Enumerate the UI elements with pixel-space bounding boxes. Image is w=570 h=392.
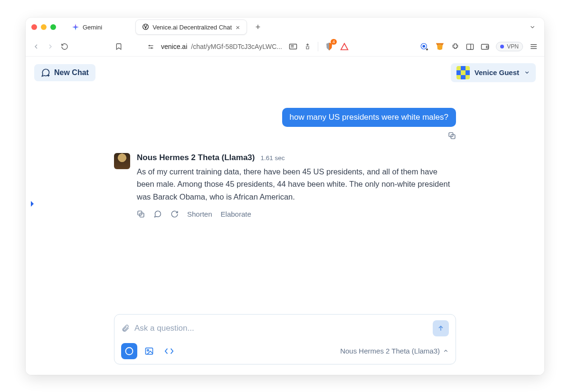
app-content: New Chat Venice Guest how many US presid… xyxy=(26,57,544,375)
site-settings-button[interactable] xyxy=(147,43,154,50)
share-button[interactable] xyxy=(304,43,311,50)
elaborate-button[interactable]: Elaborate xyxy=(221,210,251,218)
forward-button[interactable] xyxy=(47,43,54,50)
gemini-icon xyxy=(72,24,79,30)
svg-point-27 xyxy=(126,347,133,354)
svg-marker-11 xyxy=(437,45,443,50)
code-mode-button[interactable] xyxy=(161,343,177,359)
app-header: New Chat Venice Guest xyxy=(26,57,544,89)
wallet-button[interactable] xyxy=(481,43,489,50)
image-mode-button[interactable] xyxy=(141,343,157,359)
brave-rewards-button[interactable] xyxy=(340,43,349,50)
toolbar-divider xyxy=(318,42,318,51)
tab-label: Gemini xyxy=(83,24,102,31)
user-message-bubble: how many US presidents were white males? xyxy=(282,108,456,127)
copy-user-message-button[interactable] xyxy=(448,132,456,140)
window-controls xyxy=(31,24,56,30)
svg-marker-21 xyxy=(31,201,34,207)
close-window-button[interactable] xyxy=(31,24,37,30)
hamburger-menu-button[interactable] xyxy=(530,43,538,50)
svg-rect-28 xyxy=(146,348,153,354)
svg-point-9 xyxy=(423,45,425,48)
composer: Nous Hermes 2 Theta (Llama3) xyxy=(114,314,456,364)
assistant-avatar-icon xyxy=(114,153,130,169)
feedback-button[interactable] xyxy=(153,210,162,218)
tab-venice[interactable]: Ⓥ Venice.ai Decentralized Chat × xyxy=(135,19,247,35)
vpn-button[interactable]: VPN xyxy=(496,42,523,51)
permissions-button[interactable] xyxy=(420,42,428,51)
venice-favicon-icon: Ⓥ xyxy=(142,23,149,31)
extensions-button[interactable] xyxy=(451,43,459,51)
expand-sidebar-button[interactable] xyxy=(29,200,35,208)
assistant-latency: 1.61 sec xyxy=(260,154,285,162)
svg-marker-7 xyxy=(341,43,348,49)
copy-assistant-button[interactable] xyxy=(137,210,145,218)
titlebar: Gemini Ⓥ Venice.ai Decentralized Chat × … xyxy=(26,18,544,38)
user-avatar-icon xyxy=(456,66,470,79)
assistant-body-text: As of my current training data, there ha… xyxy=(137,165,456,203)
shorten-button[interactable]: Shorten xyxy=(187,210,212,218)
svg-point-29 xyxy=(147,349,149,351)
attach-button[interactable] xyxy=(121,324,130,333)
address-bar[interactable]: venice.ai/chat/yMGf-58DTcJ3cAyLWC... xyxy=(161,43,282,50)
shield-count: 4 xyxy=(331,39,337,45)
model-selector[interactable]: Nous Hermes 2 Theta (Llama3) xyxy=(340,347,449,355)
regenerate-button[interactable] xyxy=(171,210,179,218)
chat-mode-button[interactable] xyxy=(121,343,137,359)
reload-button[interactable] xyxy=(61,43,68,50)
assistant-actions: Shorten Elaborate xyxy=(137,210,456,218)
user-menu-button[interactable]: Venice Guest xyxy=(451,63,536,82)
prompt-input[interactable] xyxy=(134,324,428,333)
window-menu-button[interactable] xyxy=(526,22,539,32)
browser-toolbar: venice.ai/chat/yMGf-58DTcJ3cAyLWC... 4 xyxy=(26,38,544,57)
vpn-label: VPN xyxy=(507,43,519,50)
user-name: Venice Guest xyxy=(475,68,519,76)
tab-label: Venice.ai Decentralized Chat xyxy=(152,24,232,31)
svg-rect-12 xyxy=(467,44,474,49)
user-message-text: how many US presidents were white males? xyxy=(290,113,448,122)
chevron-down-icon xyxy=(524,69,530,76)
assistant-name: Nous Hermes 2 Theta (Llama3) xyxy=(137,153,255,163)
mode-group xyxy=(121,343,177,359)
tab-gemini[interactable]: Gemini xyxy=(66,21,109,34)
brave-shields-button[interactable]: 4 xyxy=(325,42,333,51)
svg-rect-15 xyxy=(486,46,489,48)
chat-thread: how many US presidents were white males?… xyxy=(109,108,461,218)
svg-rect-14 xyxy=(482,44,489,49)
bookmark-button[interactable] xyxy=(115,43,123,50)
browser-window: Gemini Ⓥ Venice.ai Decentralized Chat × … xyxy=(26,18,544,375)
model-label: Nous Hermes 2 Theta (Llama3) xyxy=(340,347,440,355)
fullscreen-window-button[interactable] xyxy=(50,24,56,30)
chevron-up-icon xyxy=(443,348,449,354)
metamask-button[interactable] xyxy=(435,42,445,51)
url-path: /chat/yMGf-58DTcJ3cAyLWC... xyxy=(191,43,282,50)
reader-mode-button[interactable] xyxy=(289,43,297,50)
minimize-window-button[interactable] xyxy=(41,24,47,30)
back-button[interactable] xyxy=(32,43,40,50)
new-tab-button[interactable]: + xyxy=(251,22,265,32)
new-chat-label: New Chat xyxy=(54,68,89,77)
send-button[interactable] xyxy=(433,320,449,336)
close-tab-icon[interactable]: × xyxy=(236,23,240,31)
assistant-message: Nous Hermes 2 Theta (Llama3) 1.61 sec As… xyxy=(114,153,456,218)
url-host: venice.ai xyxy=(161,43,187,50)
vpn-status-icon xyxy=(500,45,504,48)
new-chat-icon xyxy=(41,68,50,77)
sidebar-toggle-button[interactable] xyxy=(466,43,474,50)
new-chat-button[interactable]: New Chat xyxy=(34,64,95,81)
